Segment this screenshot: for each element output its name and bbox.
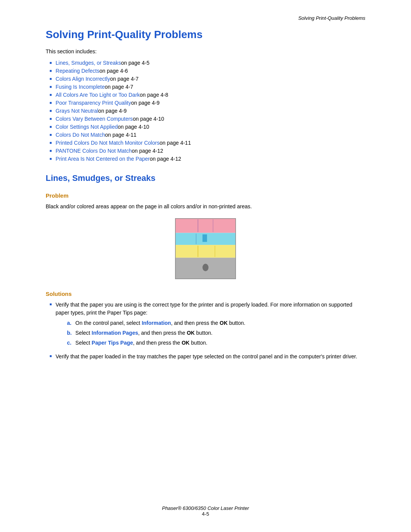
list-item: Printed Colors Do Not Match Monitor Colo…	[49, 140, 365, 146]
list-item: Repeating Defects on page 4-6	[49, 68, 365, 74]
list-item: Print Area Is Not Centered on the Paper …	[49, 156, 365, 162]
page-header: Solving Print-Quality Problems	[46, 15, 365, 21]
step-label-b: b.	[67, 329, 73, 337]
toc-link[interactable]: Fusing Is Incomplete	[56, 84, 105, 90]
toc-link[interactable]: Repeating Defects	[56, 68, 99, 74]
toc-link[interactable]: Lines, Smudges, or Streaks	[56, 60, 121, 66]
step-label-c: c.	[67, 339, 73, 347]
info-pages-bold: Information Pages	[92, 330, 138, 336]
list-item: Color Settings Not Applied on page 4-10	[49, 124, 365, 130]
paper-tips-bold: Paper Tips Page	[92, 340, 133, 346]
toc-suffix: on page 4-8	[140, 92, 168, 98]
toc-link[interactable]: Print Area Is Not Centered on the Paper	[56, 156, 150, 162]
sub-step-b: b. Select Information Pages, and then pr…	[67, 329, 365, 337]
solution-2-text: Verify that the paper loaded in the tray…	[56, 353, 365, 361]
list-item: Colors Vary Between Computers on page 4-…	[49, 116, 365, 122]
toc-link[interactable]: Poor Transparency Print Quality	[56, 100, 131, 106]
toc-suffix: on page 4-5	[121, 60, 150, 66]
sub-steps-list: a. On the control panel, select Informat…	[67, 319, 365, 347]
sub-step-a: a. On the control panel, select Informat…	[67, 319, 365, 327]
color-bands-figure	[46, 218, 365, 279]
step-c-text: Select Paper Tips Page, and then press t…	[75, 339, 207, 347]
sub-step-c: c. Select Paper Tips Page, and then pres…	[67, 339, 365, 347]
toc-link[interactable]: Color Settings Not Applied	[56, 124, 118, 130]
list-item: PANTONE Colors Do Not Match on page 4-12	[49, 148, 365, 154]
ok-bold: OK	[220, 320, 228, 326]
page-title: Solving Print-Quality Problems	[46, 29, 365, 41]
problem-label: Problem	[46, 192, 365, 199]
problem-text: Black and/or colored areas appear on the…	[46, 203, 365, 211]
toc-suffix: on page 4-7	[110, 76, 139, 82]
solutions-label: Solutions	[46, 291, 365, 297]
solutions-section: Solutions Verify that the paper you are …	[46, 291, 365, 361]
intro-text: This section includes:	[46, 48, 365, 54]
list-item: Verify that the paper you are using is t…	[49, 301, 365, 349]
step-label-a: a.	[67, 319, 73, 327]
toc-link[interactable]: Printed Colors Do Not Match Monitor Colo…	[56, 140, 159, 146]
page-footer: Phaser® 6300/6350 Color Laser Printer 4-…	[0, 505, 411, 517]
toc-link[interactable]: Grays Not Neutral	[56, 108, 98, 114]
list-item: Verify that the paper loaded in the tray…	[49, 353, 365, 361]
solutions-list: Verify that the paper you are using is t…	[49, 301, 365, 361]
toc-link[interactable]: All Colors Are Too Light or Too Dark	[56, 92, 140, 98]
svg-point-10	[202, 264, 209, 272]
toc-suffix: on page 4-11	[105, 132, 137, 138]
svg-rect-6	[202, 234, 207, 242]
svg-rect-2	[175, 245, 236, 258]
step-a-text: On the control panel, select Information…	[75, 319, 245, 327]
solution-1-text: Verify that the paper you are using is t…	[56, 302, 352, 316]
toc-link[interactable]: Colors Vary Between Computers	[56, 116, 133, 122]
toc-list: Lines, Smudges, or Streaks on page 4-5 R…	[49, 60, 365, 162]
toc-link[interactable]: Colors Do Not Match	[56, 132, 105, 138]
list-item: Fusing Is Incomplete on page 4-7	[49, 84, 365, 90]
toc-suffix: on page 4-12	[150, 156, 182, 162]
toc-suffix: on page 4-9	[131, 100, 159, 106]
footer-product: Phaser® 6300/6350 Color Laser Printer	[0, 505, 411, 511]
toc-suffix: on page 4-12	[132, 148, 163, 154]
step-b-text: Select Information Pages, and then press…	[75, 329, 212, 337]
toc-suffix: on page 4-10	[133, 116, 164, 122]
info-bold: Information	[142, 320, 171, 326]
solution-text: Verify that the paper you are using is t…	[56, 301, 365, 349]
toc-suffix: on page 4-9	[98, 108, 127, 114]
toc-link[interactable]: PANTONE Colors Do Not Match	[56, 148, 132, 154]
toc-suffix: on page 4-11	[159, 140, 191, 146]
list-item: All Colors Are Too Light or Too Dark on …	[49, 92, 365, 98]
footer-page-number: 4-5	[0, 511, 411, 517]
list-item: Grays Not Neutral on page 4-9	[49, 108, 365, 114]
color-bands-svg	[175, 218, 236, 279]
toc-suffix: on page 4-10	[118, 124, 149, 130]
ok-bold-b: OK	[187, 330, 195, 336]
list-item: Colors Do Not Match on page 4-11	[49, 132, 365, 138]
list-item: Poor Transparency Print Quality on page …	[49, 100, 365, 106]
list-item: Lines, Smudges, or Streaks on page 4-5	[49, 60, 365, 66]
ok-bold-c: OK	[182, 340, 190, 346]
toc-suffix: on page 4-6	[99, 68, 128, 74]
toc-link[interactable]: Colors Align Incorrectly	[56, 76, 110, 82]
list-item: Colors Align Incorrectly on page 4-7	[49, 76, 365, 82]
toc-suffix: on page 4-7	[105, 84, 133, 90]
section1-title: Lines, Smudges, or Streaks	[46, 173, 365, 183]
solution-2-body: Verify that the paper loaded in the tray…	[56, 353, 357, 359]
svg-rect-0	[175, 219, 236, 233]
